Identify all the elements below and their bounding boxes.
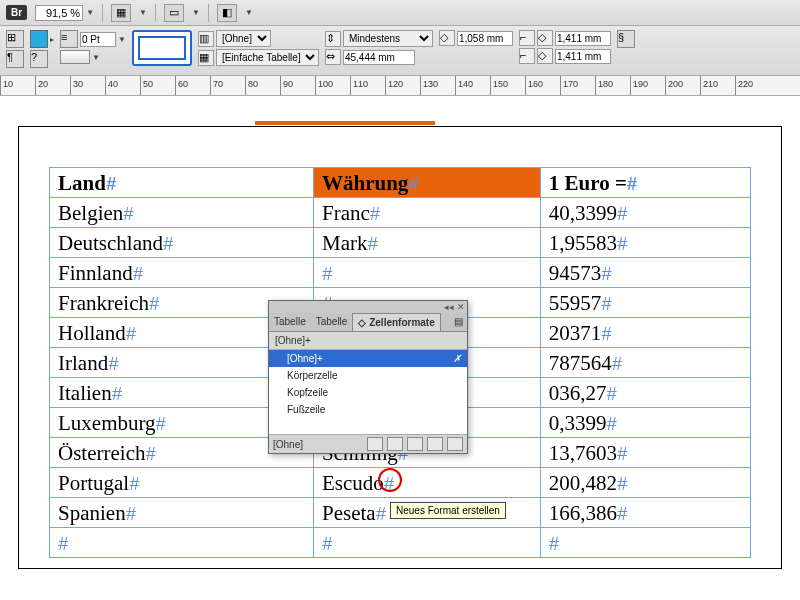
table-cell[interactable]: 166,386# <box>540 498 750 528</box>
table-style-combo[interactable]: ▦ [Einfache Tabelle] <box>198 49 319 66</box>
app-toolbar: Br ▼ ▦▼ ▭▼ ◧▼ <box>0 0 800 26</box>
table-cell[interactable]: Escudo# <box>314 468 541 498</box>
control-panel: ⊞ ¶ ▸ ? ≡▼ ▼ ▥ [Ohne] ▦ [Einfache Tabell… <box>0 26 800 76</box>
panel-footer: [Ohne] <box>269 434 467 453</box>
horizontal-ruler: 1020304050607080901001101201301401501601… <box>0 76 800 96</box>
table-cell[interactable]: Mark# <box>314 228 541 258</box>
inset-bottom-icon: ⌐ <box>519 48 535 64</box>
table-cell[interactable]: # <box>540 528 750 558</box>
fill-swatch[interactable] <box>30 30 48 48</box>
num-input-1[interactable] <box>457 31 513 46</box>
column-selection-bar <box>255 121 435 125</box>
table-cell[interactable]: 1,95583# <box>540 228 750 258</box>
override-icon: ✗ <box>453 353 461 364</box>
zoom-input[interactable] <box>35 5 83 21</box>
para-style-icon[interactable]: ¶ <box>6 50 24 68</box>
spinner-icon[interactable]: ◇ <box>439 30 455 46</box>
table-cell[interactable]: 55957# <box>540 288 750 318</box>
panel-status: [Ohne]+ <box>269 332 467 350</box>
col-width-field[interactable]: ⇔ <box>325 49 433 65</box>
cell-style-icon[interactable]: ⊞ <box>6 30 24 48</box>
num-input-3[interactable] <box>555 49 611 64</box>
row-height-icon: ⇕ <box>325 31 341 47</box>
list-item[interactable]: [Ohne]+✗ <box>269 350 467 367</box>
link-icon[interactable]: § <box>617 30 635 48</box>
clear-override-button[interactable] <box>367 437 383 451</box>
spinner-icon[interactable]: ◇ <box>537 48 553 64</box>
zoom-control[interactable]: ▼ <box>35 5 94 21</box>
spinner-icon[interactable]: ◇ <box>537 30 553 46</box>
cell-stroke-preview[interactable] <box>132 30 192 66</box>
cell-formats-panel[interactable]: ◂◂ ✕ Tabelle Tabelle ◇ Zellenformate ▤ [… <box>268 300 468 454</box>
col-width-icon: ⇔ <box>325 49 341 65</box>
cell-icon: ▥ <box>198 31 214 47</box>
list-item[interactable]: Fußzeile <box>269 401 467 418</box>
list-item[interactable]: Körperzelle <box>269 367 467 384</box>
table-cell[interactable]: 036,27# <box>540 378 750 408</box>
table-cell[interactable]: Spanien# <box>50 498 314 528</box>
table-cell[interactable]: Belgien# <box>50 198 314 228</box>
table-cell[interactable]: # <box>314 528 541 558</box>
folder-button[interactable] <box>407 437 423 451</box>
screen-mode-icon[interactable]: ▭ <box>164 4 184 22</box>
tab-zellenformate[interactable]: ◇ Zellenformate <box>352 313 440 331</box>
table-cell[interactable]: # <box>314 258 541 288</box>
header-cell[interactable]: 1 Euro =# <box>540 168 750 198</box>
table-cell[interactable]: # <box>50 528 314 558</box>
bridge-badge[interactable]: Br <box>6 5 27 20</box>
tab-tabelle-2[interactable]: Tabelle <box>311 313 353 331</box>
dropdown-icon[interactable]: ▼ <box>86 8 94 17</box>
table-cell[interactable]: Finnland# <box>50 258 314 288</box>
tooltip: Neues Format erstellen <box>390 502 506 519</box>
cell-style-combo[interactable]: ▥ [Ohne] <box>198 30 319 47</box>
arrange-icon[interactable]: ◧ <box>217 4 237 22</box>
stroke-style-swatch[interactable] <box>60 50 90 64</box>
trash-button[interactable] <box>447 437 463 451</box>
panel-menu-icon[interactable]: ▤ <box>441 313 467 331</box>
table-cell[interactable]: Portugal# <box>50 468 314 498</box>
num-input-2[interactable] <box>555 31 611 46</box>
help-icon[interactable]: ? <box>30 50 48 68</box>
table-cell[interactable]: 20371# <box>540 318 750 348</box>
table-cell[interactable]: 0,3399# <box>540 408 750 438</box>
list-item[interactable]: Kopfzeile <box>269 384 467 401</box>
stroke-weight-input[interactable] <box>80 32 116 47</box>
table-cell[interactable]: 13,7603# <box>540 438 750 468</box>
tab-tabelle-1[interactable]: Tabelle <box>269 313 311 331</box>
footer-label: [Ohne] <box>273 439 363 450</box>
table-cell[interactable]: 40,3399# <box>540 198 750 228</box>
table-cell[interactable]: 200,482# <box>540 468 750 498</box>
table-cell[interactable]: Deutschland# <box>50 228 314 258</box>
header-cell[interactable]: Währung# <box>314 168 541 198</box>
view-mode-icon[interactable]: ▦ <box>111 4 131 22</box>
stroke-weight-icon: ≡ <box>60 30 78 48</box>
format-list[interactable]: [Ohne]+✗ Körperzelle Kopfzeile Fußzeile <box>269 350 467 434</box>
table-cell[interactable]: 94573# <box>540 258 750 288</box>
row-height-combo[interactable]: ⇕ Mindestens <box>325 30 433 47</box>
new-format-button[interactable] <box>427 437 443 451</box>
clear-button[interactable] <box>387 437 403 451</box>
table-cell[interactable]: 787564# <box>540 348 750 378</box>
header-cell[interactable]: Land# <box>50 168 314 198</box>
panel-tabs: Tabelle Tabelle ◇ Zellenformate ▤ <box>269 313 467 332</box>
table-icon: ▦ <box>198 50 214 66</box>
inset-top-icon: ⌐ <box>519 30 535 46</box>
panel-titlebar[interactable]: ◂◂ ✕ <box>269 301 467 313</box>
table-cell[interactable]: Franc# <box>314 198 541 228</box>
